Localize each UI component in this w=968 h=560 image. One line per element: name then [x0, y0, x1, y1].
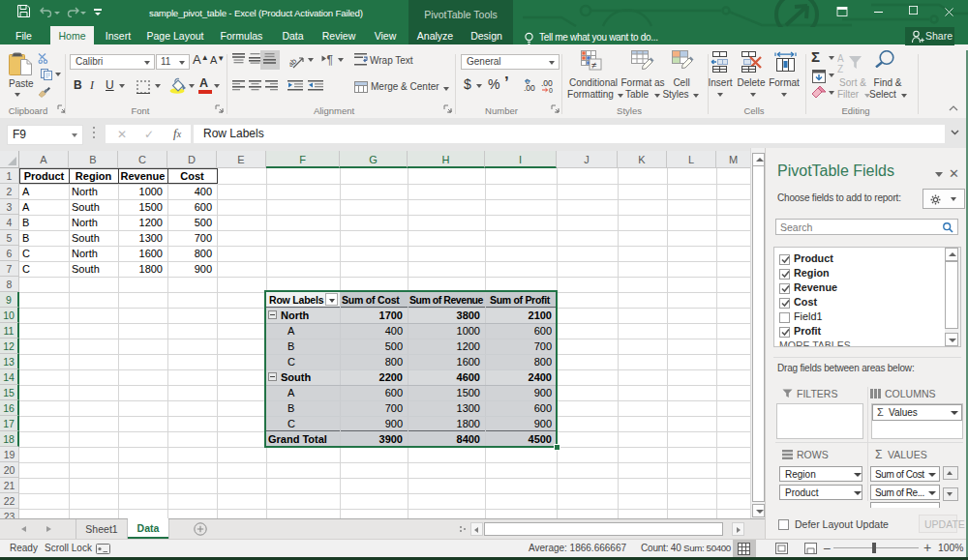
svg-text:≠: ≠: [591, 60, 597, 71]
svg-text:A: A: [837, 53, 844, 64]
svg-text:¶: ¶: [327, 53, 333, 66]
svg-text:Z: Z: [837, 64, 843, 74]
